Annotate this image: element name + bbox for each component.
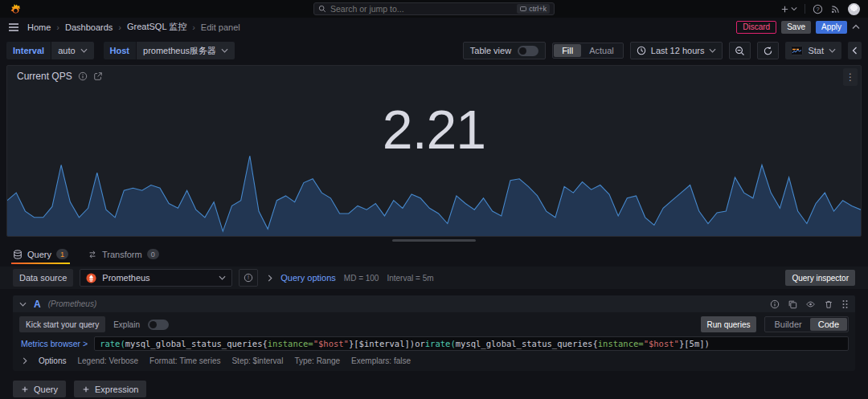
- menu-icon[interactable]: [8, 22, 19, 32]
- time-range-picker[interactable]: Last 12 hours: [630, 42, 723, 59]
- builder-button[interactable]: Builder: [766, 318, 809, 331]
- table-view-toggle[interactable]: [518, 46, 538, 56]
- search-input[interactable]: [330, 4, 513, 14]
- table-view-label: Table view: [470, 46, 511, 55]
- option-legend: Legend: Verbose: [77, 356, 138, 365]
- breadcrumb: Home › Dashboards › GreatSQL 监控 › Edit p…: [27, 21, 240, 33]
- query-row-header[interactable]: A (Prometheus): [13, 295, 855, 312]
- grafana-logo-icon[interactable]: [8, 2, 22, 16]
- datasource-picker[interactable]: Prometheus: [80, 269, 232, 287]
- explain-toggle[interactable]: [148, 320, 169, 330]
- chevron-right-icon[interactable]: [268, 275, 272, 282]
- run-queries-button[interactable]: Run queries: [701, 316, 757, 332]
- code-button[interactable]: Code: [810, 318, 847, 331]
- stat-viz-icon: [791, 46, 803, 55]
- visualization-picker[interactable]: Stat: [785, 42, 841, 59]
- variable-interval: Interval auto: [6, 42, 94, 59]
- variable-interval-value[interactable]: auto: [51, 42, 93, 59]
- query-help-icon[interactable]: [770, 299, 780, 309]
- search-icon: [318, 5, 326, 13]
- query-ref-id: A: [34, 299, 41, 310]
- refresh-button[interactable]: [757, 42, 779, 59]
- option-type: Type: Range: [294, 356, 340, 365]
- nav-divider: [805, 4, 805, 14]
- info-icon[interactable]: [78, 71, 88, 81]
- chevron-right-icon[interactable]: [23, 357, 27, 364]
- delete-query-trash-icon[interactable]: [824, 299, 833, 309]
- panel-menu-kebab-icon[interactable]: ⋮: [843, 68, 858, 86]
- chevron-down-icon: [221, 48, 228, 53]
- transform-icon: [88, 250, 97, 259]
- add-expression-button[interactable]: Expression: [74, 381, 146, 397]
- tab-transform-label: Transform: [102, 250, 142, 259]
- global-search[interactable]: ctrl+k: [313, 2, 555, 15]
- top-nav: ctrl+k ?: [0, 0, 868, 18]
- grafana-edit-panel-app: ctrl+k ? Home › Da: [0, 0, 868, 397]
- prometheus-icon: [86, 273, 96, 283]
- actual-button[interactable]: Actual: [581, 44, 622, 57]
- editor-resize-row: [0, 237, 868, 244]
- add-query-button[interactable]: Query: [13, 381, 66, 397]
- option-format: Format: Time series: [149, 356, 220, 365]
- panel-title[interactable]: Current QPS: [17, 71, 72, 82]
- chevron-up-icon[interactable]: [852, 24, 860, 30]
- svg-text:!: !: [248, 275, 249, 280]
- plus-icon: [780, 5, 789, 14]
- panel-editor-toolbar: Interval auto Host prometheus服务器 Table v…: [0, 38, 868, 63]
- breadcrumb-separator: ›: [56, 22, 59, 32]
- add-new-button[interactable]: [780, 5, 797, 14]
- kick-start-query-button[interactable]: Kick start your query: [19, 316, 105, 332]
- datasource-row: Data source Prometheus ! Query options M…: [0, 267, 868, 289]
- min-interval-value: Interval = 5m: [387, 274, 433, 283]
- datasource-help-button[interactable]: !: [239, 269, 258, 287]
- external-link-icon[interactable]: [93, 71, 103, 81]
- apply-button[interactable]: Apply: [816, 21, 847, 34]
- breadcrumb-edit-panel: Edit panel: [201, 22, 240, 32]
- query-row-A: A (Prometheus): [13, 295, 855, 371]
- disable-query-eye-icon[interactable]: [805, 299, 816, 309]
- collapse-options-pane-button[interactable]: [848, 42, 862, 59]
- options-label[interactable]: Options: [39, 356, 66, 365]
- chevron-left-icon: [852, 47, 858, 55]
- duplicate-query-icon[interactable]: [788, 299, 797, 309]
- chevron-down-icon[interactable]: [19, 302, 27, 307]
- variable-host: Host prometheus服务器: [104, 42, 235, 59]
- database-icon: [13, 250, 23, 259]
- discard-button[interactable]: Discard: [736, 21, 776, 34]
- user-avatar[interactable]: [848, 3, 860, 15]
- chevron-down-icon: [219, 275, 226, 280]
- query-inspector-button[interactable]: Query inspector: [785, 270, 855, 286]
- stat-panel[interactable]: Current QPS ⋮ 2.21: [6, 65, 862, 237]
- breadcrumb-dashboard-name[interactable]: GreatSQL 监控: [127, 21, 186, 33]
- zoom-out-icon: [735, 46, 745, 56]
- tab-transform[interactable]: Transform 0: [86, 246, 161, 264]
- breadcrumb-separator: ›: [192, 22, 195, 32]
- option-step: Step: $interval: [231, 356, 283, 365]
- datasource-label: Data source: [13, 269, 73, 287]
- clock-icon: [637, 46, 646, 55]
- variable-host-value[interactable]: prometheus服务器: [137, 42, 235, 59]
- breadcrumb-home[interactable]: Home: [27, 22, 51, 32]
- help-icon[interactable]: ?: [813, 4, 823, 14]
- stat-value: 2.21: [7, 98, 861, 161]
- breadcrumb-separator: ›: [118, 22, 121, 32]
- resize-handle[interactable]: [392, 239, 476, 242]
- max-data-points-value: MD = 100: [344, 274, 379, 283]
- tab-query-label: Query: [27, 250, 51, 259]
- question-circle-icon: !: [244, 273, 253, 283]
- breadcrumb-row: Home › Dashboards › GreatSQL 监控 › Edit p…: [0, 18, 868, 36]
- explain-label: Explain: [113, 320, 140, 329]
- save-button[interactable]: Save: [781, 21, 811, 34]
- promql-expression[interactable]: rate(mysql_global_status_queries{instanc…: [94, 336, 849, 351]
- query-options-link[interactable]: Query options: [280, 273, 335, 283]
- svg-text:?: ?: [816, 6, 819, 13]
- drag-handle-icon[interactable]: [841, 299, 849, 309]
- metrics-browser-link[interactable]: Metrics browser >: [19, 339, 88, 348]
- breadcrumb-dashboards[interactable]: Dashboards: [65, 22, 113, 32]
- variable-host-label: Host: [104, 42, 136, 59]
- chevron-down-icon: [80, 48, 88, 53]
- tab-query[interactable]: Query 1: [11, 246, 70, 264]
- fill-button[interactable]: Fill: [554, 44, 581, 57]
- zoom-out-time-button[interactable]: [729, 42, 751, 59]
- news-icon[interactable]: [830, 4, 841, 14]
